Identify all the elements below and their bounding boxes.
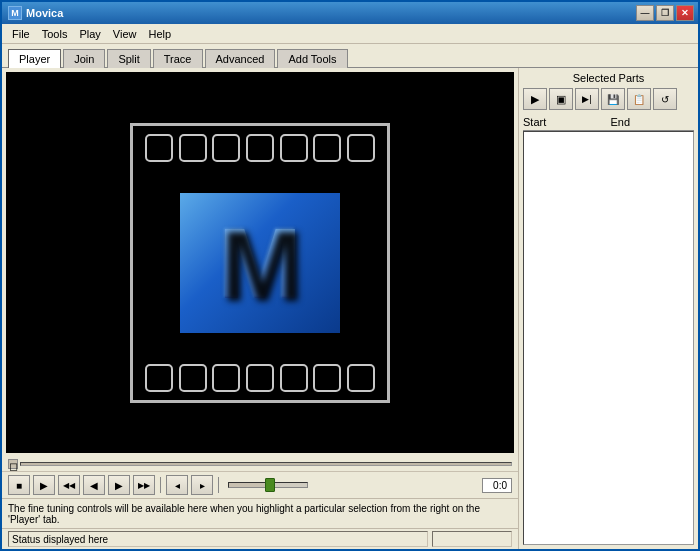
stop-button[interactable]: ■ — [8, 475, 30, 495]
menu-help[interactable]: Help — [142, 26, 177, 42]
sprocket — [313, 134, 341, 162]
sprocket — [280, 134, 308, 162]
menu-file[interactable]: File — [6, 26, 36, 42]
status-bar: Status displayed here — [2, 528, 518, 549]
volume-control — [228, 482, 308, 488]
tabs-bar: Player Join Split Trace Advanced Add Too… — [2, 44, 698, 67]
info-bar: The fine tuning controls will be availab… — [2, 498, 518, 528]
step-back-button[interactable]: ◀ — [83, 475, 105, 495]
rp-refresh-button[interactable]: ↺ — [653, 88, 677, 110]
movica-logo: M — [180, 193, 340, 333]
title-buttons: — ❐ ✕ — [636, 5, 694, 21]
seek-bar[interactable] — [20, 462, 512, 466]
rewind-button[interactable]: ◀◀ — [58, 475, 80, 495]
fast-forward-button[interactable]: ▶▶ — [133, 475, 155, 495]
col-end: End — [611, 116, 695, 128]
step-forward-button[interactable]: ▶ — [108, 475, 130, 495]
sprocket — [246, 134, 274, 162]
rp-export-button[interactable]: 📋 — [627, 88, 651, 110]
time-display: 0:0 — [482, 478, 512, 493]
sprocket — [313, 364, 341, 392]
right-panel-title: Selected Parts — [523, 72, 694, 88]
status-panel-main: Status displayed here — [8, 531, 428, 547]
seek-bar-area: ◻ — [2, 457, 518, 471]
sprocket — [347, 364, 375, 392]
right-panel: Selected Parts ▶ ▣ ▶| 💾 📋 ↺ Start End — [518, 68, 698, 549]
player-area: M — [2, 68, 518, 549]
volume-slider[interactable] — [228, 482, 308, 488]
title-bar: M Movica — ❐ ✕ — [2, 2, 698, 24]
minimize-button[interactable]: — — [636, 5, 654, 21]
main-content: M — [2, 67, 698, 549]
tab-split[interactable]: Split — [107, 49, 150, 68]
sprocket — [347, 134, 375, 162]
col-start: Start — [523, 116, 607, 128]
right-panel-header: Start End — [523, 114, 694, 131]
sprocket — [179, 134, 207, 162]
sprocket — [212, 364, 240, 392]
sprocket — [212, 134, 240, 162]
mark-in-button[interactable]: ◂ — [166, 475, 188, 495]
tab-advanced[interactable]: Advanced — [205, 49, 276, 68]
window-title: Movica — [26, 7, 63, 19]
video-display: M — [6, 72, 514, 453]
menu-play[interactable]: Play — [73, 26, 106, 42]
rp-save-button[interactable]: 💾 — [601, 88, 625, 110]
film-logo: M — [130, 123, 390, 403]
rp-stop-button[interactable]: ▣ — [549, 88, 573, 110]
sprocket — [179, 364, 207, 392]
main-window: M Movica — ❐ ✕ File Tools Play View Help… — [0, 0, 700, 551]
status-text: Status displayed here — [12, 534, 108, 545]
menu-tools[interactable]: Tools — [36, 26, 74, 42]
tab-trace[interactable]: Trace — [153, 49, 203, 68]
separator — [160, 477, 161, 493]
tab-player[interactable]: Player — [8, 49, 61, 68]
info-text: The fine tuning controls will be availab… — [8, 503, 512, 525]
title-bar-left: M Movica — [8, 6, 63, 20]
mark-out-button[interactable]: ▸ — [191, 475, 213, 495]
right-panel-toolbar: ▶ ▣ ▶| 💾 📋 ↺ — [523, 88, 694, 110]
restore-button[interactable]: ❐ — [656, 5, 674, 21]
sprocket — [145, 364, 173, 392]
sprocket — [280, 364, 308, 392]
controls-bar: ■ ▶ ◀◀ ◀ ▶ ▶▶ ◂ ▸ 0:0 — [2, 471, 518, 498]
rp-play-button[interactable]: ▶ — [523, 88, 547, 110]
tab-join[interactable]: Join — [63, 49, 105, 68]
menu-bar: File Tools Play View Help — [2, 24, 698, 44]
status-panel-right — [432, 531, 512, 547]
seek-thumb[interactable]: ◻ — [8, 459, 18, 469]
tab-add-tools[interactable]: Add Tools — [277, 49, 347, 68]
app-icon: M — [8, 6, 22, 20]
play-button[interactable]: ▶ — [33, 475, 55, 495]
volume-handle[interactable] — [265, 478, 275, 492]
separator — [218, 477, 219, 493]
rp-next-button[interactable]: ▶| — [575, 88, 599, 110]
menu-view[interactable]: View — [107, 26, 143, 42]
close-button[interactable]: ✕ — [676, 5, 694, 21]
selected-parts-list — [523, 131, 694, 545]
sprocket — [145, 134, 173, 162]
sprocket — [246, 364, 274, 392]
